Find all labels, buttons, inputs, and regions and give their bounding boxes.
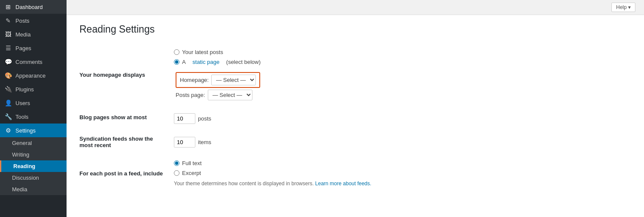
sidebar-item-tools[interactable]: 🔧 Tools bbox=[0, 110, 67, 124]
sidebar-item-label: Settings bbox=[15, 127, 36, 134]
sidebar-item-settings[interactable]: ⚙ Settings bbox=[0, 124, 67, 137]
excerpt-label: Excerpt bbox=[182, 170, 201, 176]
plugins-icon: 🔌 bbox=[4, 86, 12, 93]
excerpt-option[interactable]: Excerpt bbox=[174, 170, 631, 176]
posts-page-select[interactable]: — Select — bbox=[208, 90, 252, 100]
homepage-select-group: Homepage: — Select — bbox=[176, 72, 260, 88]
homepage-label: Your homepage displays bbox=[79, 44, 174, 105]
sidebar-item-label: Media bbox=[15, 31, 30, 38]
blog-pages-input[interactable] bbox=[174, 113, 195, 124]
syndication-input[interactable] bbox=[174, 137, 195, 148]
sidebar-item-label: Comments bbox=[15, 59, 43, 65]
submenu-item-writing[interactable]: Writing bbox=[0, 149, 67, 160]
sidebar-item-users[interactable]: 👤 Users bbox=[0, 96, 67, 110]
comments-icon: 💬 bbox=[4, 58, 12, 65]
sidebar-item-label: Dashboard bbox=[15, 4, 43, 10]
sidebar-item-label: Tools bbox=[15, 114, 28, 120]
posts-icon: ✎ bbox=[4, 17, 12, 24]
syndication-field: items bbox=[174, 129, 631, 153]
homepage-radio-group: Your latest posts A static page (select … bbox=[174, 49, 631, 65]
feed-description: Your theme determines how content is dis… bbox=[174, 181, 631, 187]
homepage-field: Your latest posts A static page (select … bbox=[174, 44, 631, 105]
sidebar-item-comments[interactable]: 💬 Comments bbox=[0, 55, 67, 69]
sidebar-item-label: Plugins bbox=[15, 86, 34, 93]
sidebar-item-label: Pages bbox=[15, 45, 31, 51]
posts-page-label: Posts page: bbox=[176, 92, 205, 98]
submenu-item-discussion[interactable]: Discussion bbox=[0, 172, 67, 184]
static-page-prefix: A bbox=[182, 59, 186, 65]
appearance-icon: 🎨 bbox=[4, 72, 12, 79]
syndication-unit: items bbox=[198, 139, 211, 145]
feed-radio-group: Full text Excerpt bbox=[174, 160, 631, 176]
homepage-row: Your homepage displays Your latest posts… bbox=[79, 44, 631, 105]
submenu-item-general[interactable]: General bbox=[0, 137, 67, 149]
full-text-radio[interactable] bbox=[174, 160, 179, 166]
latest-posts-radio[interactable] bbox=[174, 49, 179, 55]
blog-pages-label: Blog pages show at most bbox=[79, 105, 174, 129]
dashboard-icon: ⊞ bbox=[4, 3, 12, 10]
pages-icon: ☰ bbox=[4, 45, 12, 51]
sidebar-item-label: Posts bbox=[15, 18, 30, 24]
syndication-row: Syndication feeds show the most recent i… bbox=[79, 129, 631, 155]
syndication-label: Syndication feeds show the most recent bbox=[79, 129, 174, 155]
sidebar-item-label: Appearance bbox=[15, 72, 46, 79]
content-area: Reading Settings Your homepage displays … bbox=[67, 15, 644, 217]
latest-posts-option[interactable]: Your latest posts bbox=[174, 49, 631, 55]
tools-icon: 🔧 bbox=[4, 113, 12, 120]
settings-submenu: General Writing Reading Discussion Media bbox=[0, 137, 67, 195]
sidebar-item-label: Users bbox=[15, 100, 30, 106]
sidebar-item-dashboard[interactable]: ⊞ Dashboard bbox=[0, 0, 67, 14]
submenu-item-reading[interactable]: Reading bbox=[0, 160, 67, 172]
sidebar-item-plugins[interactable]: 🔌 Plugins bbox=[0, 82, 67, 96]
sidebar-item-pages[interactable]: ☰ Pages bbox=[0, 41, 67, 55]
help-button[interactable]: Help ▾ bbox=[611, 3, 635, 12]
sidebar: ⊞ Dashboard ✎ Posts 🖼 Media ☰ Pages 💬 Co… bbox=[0, 0, 67, 217]
page-title: Reading Settings bbox=[79, 24, 631, 35]
posts-page-row: Posts page: — Select — bbox=[176, 90, 631, 100]
static-page-radio[interactable] bbox=[174, 59, 179, 65]
excerpt-radio[interactable] bbox=[174, 170, 179, 176]
submenu-item-media[interactable]: Media bbox=[0, 184, 67, 195]
blog-pages-row: Blog pages show at most posts bbox=[79, 105, 631, 129]
sidebar-item-appearance[interactable]: 🎨 Appearance bbox=[0, 69, 67, 82]
full-text-option[interactable]: Full text bbox=[174, 160, 631, 166]
topbar: Help ▾ bbox=[67, 0, 644, 15]
feed-include-field: Full text Excerpt Your theme determines … bbox=[174, 155, 631, 192]
settings-table: Your homepage displays Your latest posts… bbox=[79, 44, 631, 192]
users-icon: 👤 bbox=[4, 99, 12, 106]
blog-pages-unit: posts bbox=[198, 115, 211, 122]
static-page-option[interactable]: A static page (select below) bbox=[174, 59, 631, 65]
homepage-select-label: Homepage: bbox=[180, 77, 209, 83]
static-page-suffix: (select below) bbox=[226, 59, 261, 65]
media-icon: 🖼 bbox=[4, 31, 12, 38]
main-area: Help ▾ Reading Settings Your homepage di… bbox=[67, 0, 644, 217]
static-page-link[interactable]: static page bbox=[192, 59, 219, 65]
feed-include-row: For each post in a feed, include Full te… bbox=[79, 155, 631, 192]
learn-more-link[interactable]: Learn more about feeds. bbox=[315, 181, 371, 187]
homepage-select[interactable]: — Select — bbox=[211, 75, 256, 85]
latest-posts-label: Your latest posts bbox=[182, 49, 223, 55]
blog-pages-field: posts bbox=[174, 105, 631, 129]
feed-include-label: For each post in a feed, include bbox=[79, 155, 174, 192]
settings-icon: ⚙ bbox=[4, 127, 12, 134]
sidebar-item-media[interactable]: 🖼 Media bbox=[0, 27, 67, 41]
sidebar-item-posts[interactable]: ✎ Posts bbox=[0, 14, 67, 27]
full-text-label: Full text bbox=[182, 160, 202, 166]
